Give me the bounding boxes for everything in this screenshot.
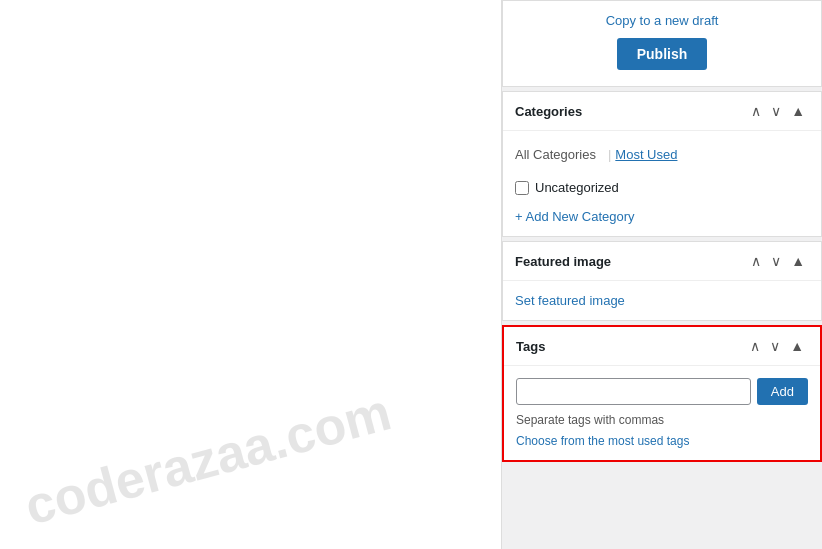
category-tabs: All Categories | Most Used (515, 143, 809, 166)
main-layout: coderazaa.com Copy to a new draft Publis… (0, 0, 822, 549)
publish-section: Copy to a new draft Publish (502, 0, 822, 87)
tags-widget: Tags ∧ ∨ ▲ Add Separate tags with commas… (502, 325, 822, 462)
tags-input[interactable] (516, 378, 751, 405)
add-tag-button[interactable]: Add (757, 378, 808, 405)
tags-handle[interactable]: ▲ (786, 337, 808, 355)
watermark: coderazaa.com (19, 381, 397, 536)
right-sidebar: Copy to a new draft Publish Categories ∧… (502, 0, 822, 549)
featured-image-widget: Featured image ∧ ∨ ▲ Set featured image (502, 241, 822, 321)
copy-draft-link[interactable]: Copy to a new draft (519, 13, 805, 28)
categories-body: All Categories | Most Used Uncategorized… (503, 131, 821, 236)
categories-collapse-up[interactable]: ∧ (747, 102, 765, 120)
tab-all-categories[interactable]: All Categories (515, 143, 604, 166)
featured-image-header: Featured image ∧ ∨ ▲ (503, 242, 821, 281)
featured-image-title: Featured image (515, 254, 611, 269)
tab-most-used[interactable]: Most Used (615, 143, 685, 166)
category-item: Uncategorized (515, 176, 809, 199)
choose-most-used-tags-link[interactable]: Choose from the most used tags (516, 434, 689, 448)
featured-image-body: Set featured image (503, 281, 821, 320)
tags-input-row: Add (516, 378, 808, 405)
set-featured-image-link[interactable]: Set featured image (515, 293, 625, 308)
tags-title: Tags (516, 339, 545, 354)
categories-widget: Categories ∧ ∨ ▲ All Categories | Most U… (502, 91, 822, 237)
featured-image-handle[interactable]: ▲ (787, 252, 809, 270)
tags-body: Add Separate tags with commas Choose fro… (504, 366, 820, 460)
add-new-category-link[interactable]: + Add New Category (515, 209, 635, 224)
categories-handle[interactable]: ▲ (787, 102, 809, 120)
publish-button[interactable]: Publish (617, 38, 708, 70)
category-checkbox-uncategorized[interactable] (515, 181, 529, 195)
editor-panel: coderazaa.com (0, 0, 502, 549)
categories-collapse-down[interactable]: ∨ (767, 102, 785, 120)
categories-header: Categories ∧ ∨ ▲ (503, 92, 821, 131)
featured-image-collapse-up[interactable]: ∧ (747, 252, 765, 270)
tags-collapse-up[interactable]: ∧ (746, 337, 764, 355)
tags-controls: ∧ ∨ ▲ (746, 337, 808, 355)
featured-image-controls: ∧ ∨ ▲ (747, 252, 809, 270)
tags-header: Tags ∧ ∨ ▲ (504, 327, 820, 366)
tags-hint: Separate tags with commas (516, 413, 808, 427)
category-label-uncategorized[interactable]: Uncategorized (535, 180, 619, 195)
categories-title: Categories (515, 104, 582, 119)
featured-image-collapse-down[interactable]: ∨ (767, 252, 785, 270)
categories-controls: ∧ ∨ ▲ (747, 102, 809, 120)
tags-collapse-down[interactable]: ∨ (766, 337, 784, 355)
tab-separator: | (604, 143, 615, 166)
